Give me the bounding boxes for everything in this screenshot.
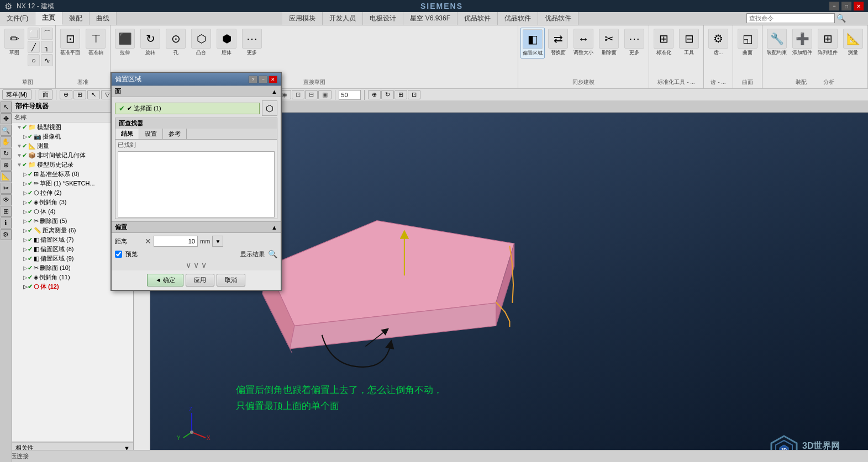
found-list[interactable] — [118, 151, 275, 217]
t11[interactable]: ⊟ — [305, 90, 318, 99]
array-icon[interactable]: ⊞ 阵列组件 — [816, 28, 840, 57]
datum-axis-icon[interactable]: ⊤ 基准轴 — [83, 28, 108, 57]
add-comp-icon[interactable]: ➕ 添加组件 — [790, 28, 814, 57]
more2-box: ⋯ — [624, 29, 644, 49]
tab-quality3[interactable]: 优品软件 — [538, 12, 578, 25]
grid-icon[interactable]: ⊞ — [73, 90, 86, 99]
finder-tab-result[interactable]: 结果 — [115, 129, 139, 139]
lt-cut[interactable]: ✂ — [1, 183, 12, 194]
lt-move[interactable]: ✥ — [1, 113, 12, 124]
menu-button[interactable]: 菜单(M) — [2, 89, 31, 100]
maximize-button[interactable]: □ — [841, 2, 851, 10]
svg-point-16 — [190, 431, 193, 434]
cancel-button[interactable]: 取消 — [217, 274, 245, 286]
dialog-min[interactable]: － — [259, 76, 267, 83]
tab-dev[interactable]: 开发人员 — [323, 12, 363, 25]
dialog-close[interactable]: ✕ — [269, 76, 277, 83]
offset-section-header[interactable]: 偏置 ▲ — [112, 221, 281, 233]
datum-plane-icon[interactable]: ⊡ 基准平面 — [58, 28, 82, 57]
v4[interactable]: ⊡ — [408, 90, 420, 99]
toolbar-icons: ⊕ ⊞ ↖ ▽ — [60, 90, 113, 99]
t12[interactable]: ▣ — [318, 90, 332, 99]
lt-layer[interactable]: ⊞ — [1, 206, 12, 217]
lt-eye[interactable]: 👁 — [1, 194, 12, 205]
face-section-header[interactable]: 面 ▲ — [112, 86, 281, 97]
search-icon[interactable]: 🔍 — [837, 14, 846, 23]
show-result-link[interactable]: 显示结果 — [240, 250, 265, 258]
dialog-controls[interactable]: ? － ✕ — [249, 76, 277, 83]
face-selector-button[interactable]: 面 — [39, 89, 52, 100]
line-icon[interactable]: ╱ — [28, 41, 40, 53]
window-controls[interactable]: － □ ✕ — [829, 2, 864, 10]
pocket-icon[interactable]: ⬢ 腔体 — [214, 28, 239, 57]
arc-icon[interactable]: ⌒ — [41, 28, 53, 40]
confirm-button[interactable]: ◄ 确定 — [147, 274, 183, 286]
v3[interactable]: ⊞ — [394, 90, 407, 99]
lt-select[interactable]: ↖ — [1, 102, 12, 113]
replace-face-icon[interactable]: ⇄ 替换面 — [546, 28, 570, 57]
search-input[interactable] — [746, 13, 835, 23]
more2-icon[interactable]: ⋯ 更多 — [622, 28, 646, 57]
lt-measure[interactable]: 📐 — [1, 171, 12, 182]
spline-icon[interactable]: ∿ — [41, 54, 53, 66]
boss-icon[interactable]: ⬡ 凸台 — [189, 28, 213, 57]
close-button[interactable]: ✕ — [854, 2, 864, 10]
tab-quality2[interactable]: 优品软件 — [498, 12, 538, 25]
distance-dropdown-btn[interactable]: ▼ — [212, 236, 223, 247]
value-input[interactable] — [339, 90, 361, 100]
offset-dialog: 偏置区域 ? － ✕ 面 ▲ ✔ ✔ 选择面 (1) ⬡ — [111, 72, 282, 291]
lt-pan[interactable]: ✋ — [1, 136, 12, 147]
extrude-icon[interactable]: ⬛ 拉伸 — [113, 28, 137, 57]
rect-icon[interactable]: ⬜ — [28, 28, 40, 40]
dialog-help[interactable]: ? — [249, 76, 257, 83]
tab-assemble[interactable]: 装配 — [62, 12, 90, 25]
lt-settings[interactable]: ⚙ — [1, 229, 12, 240]
extrude-box: ⬛ — [115, 29, 135, 49]
gear1-icon[interactable]: ⚙ 齿... — [706, 28, 730, 57]
face-section-label: 面 — [115, 87, 121, 95]
fillet-icon[interactable]: ╮ — [41, 41, 53, 53]
cursor-icon[interactable]: ↖ — [87, 90, 100, 99]
lt-zoom[interactable]: 🔍 — [1, 125, 12, 136]
norm2-icon[interactable]: ⊟ 工具 — [677, 28, 701, 57]
tab-starsky[interactable]: 星空 V6.936F — [403, 12, 457, 25]
tab-electrode[interactable]: 电极设计 — [363, 12, 403, 25]
norm1-icon[interactable]: ⊞ 标准化 — [651, 28, 676, 57]
apply-button[interactable]: 应用 — [186, 274, 214, 286]
t10[interactable]: ⊡ — [292, 90, 304, 99]
v2[interactable]: ↻ — [381, 90, 394, 99]
nav-item-label-12: 偏置区域 (7) — [40, 236, 74, 244]
lt-snap[interactable]: ⊕ — [1, 160, 12, 171]
more-icon[interactable]: ⋯ 更多 — [240, 28, 264, 57]
search-result-icon[interactable]: 🔍 — [268, 249, 277, 258]
tab-apply[interactable]: 应用模块 — [282, 12, 323, 25]
distance-input[interactable] — [154, 236, 198, 247]
face-type-button[interactable]: ⬡ — [262, 100, 277, 116]
tab-curve[interactable]: 曲线 — [90, 12, 117, 25]
resize-icon[interactable]: ↔ 调整大小 — [571, 28, 596, 57]
assemble-icon[interactable]: 🔧 装配约束 — [765, 28, 789, 57]
circle-icon[interactable]: ○ — [28, 54, 40, 66]
select-face-control[interactable]: ✔ ✔ 选择面 (1) — [115, 103, 260, 114]
lt-rotate[interactable]: ↻ — [1, 148, 12, 159]
preview-row: 预览 显示结果 🔍 — [112, 248, 281, 259]
measure-icon[interactable]: 📐 测量 — [841, 28, 865, 57]
snap-icon[interactable]: ⊕ — [60, 90, 72, 99]
tab-home[interactable]: 主页 — [35, 12, 62, 25]
tab-file[interactable]: 文件(F) — [0, 12, 35, 25]
delete-face-icon[interactable]: ✂ 删除面 — [597, 28, 621, 57]
finder-tab-ref[interactable]: 参考 — [163, 129, 187, 139]
lt-info[interactable]: ℹ — [1, 217, 12, 229]
preview-checkbox[interactable] — [115, 251, 122, 258]
minimize-button[interactable]: － — [829, 2, 839, 10]
tab-quality1[interactable]: 优品软件 — [457, 12, 498, 25]
hole-icon[interactable]: ⊙ 孔 — [164, 28, 188, 57]
sketch-icon[interactable]: ✏ 草图 — [2, 28, 27, 57]
finder-tab-setting[interactable]: 设置 — [139, 129, 163, 139]
offset-region-icon[interactable]: ◧ 偏置区域 — [520, 28, 545, 59]
v1[interactable]: ⊕ — [368, 90, 381, 99]
distance-lock-icon[interactable]: ✕ — [145, 237, 151, 246]
surf1-icon[interactable]: ◱ 曲面 — [735, 28, 760, 57]
revolve-icon[interactable]: ↻ 旋转 — [138, 28, 162, 57]
sketch-section-title: 草图 — [2, 77, 53, 87]
